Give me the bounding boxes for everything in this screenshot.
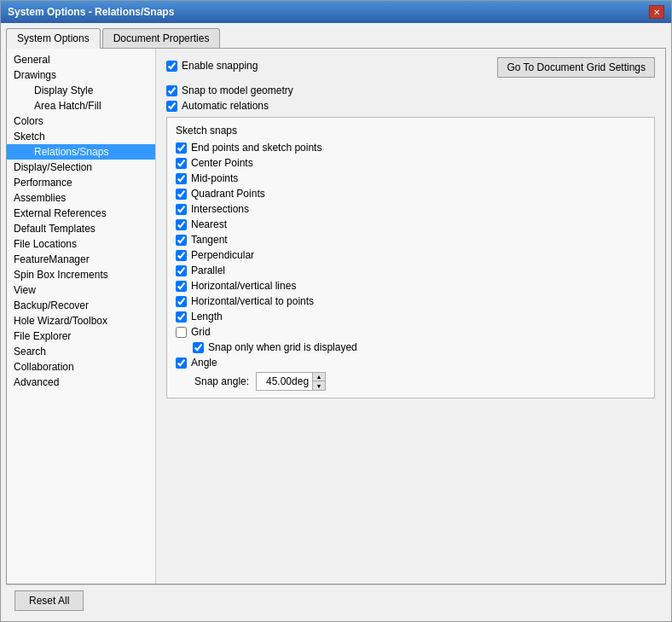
doc-grid-settings-button[interactable]: Go To Document Grid Settings bbox=[497, 57, 655, 78]
sidebar-item-sketch[interactable]: Sketch bbox=[7, 129, 155, 144]
snap-nearest-label: Nearest bbox=[191, 218, 227, 230]
snap-only-grid-label: Snap only when grid is displayed bbox=[208, 341, 357, 353]
snap-mid-points-label: Mid-points bbox=[191, 172, 238, 184]
snap-length-label: Length bbox=[191, 311, 223, 323]
sidebar-item-assemblies[interactable]: Assemblies bbox=[7, 190, 155, 206]
sidebar-item-display-style[interactable]: Display Style bbox=[7, 83, 155, 98]
enable-snapping-row: Enable snapping bbox=[166, 60, 258, 75]
bottom-bar: Reset All bbox=[6, 584, 666, 616]
enable-snapping-checkbox[interactable] bbox=[166, 61, 177, 72]
snap-horizontal-vertical-points-label: Horizontal/vertical to points bbox=[191, 295, 314, 307]
snap-length-checkbox[interactable] bbox=[176, 311, 187, 323]
automatic-relations-checkbox[interactable] bbox=[166, 101, 177, 112]
sidebar-item-view[interactable]: View bbox=[7, 282, 155, 298]
snap-angle-label: Angle bbox=[191, 357, 217, 369]
snap-only-grid-checkbox[interactable] bbox=[193, 342, 204, 353]
snap-parallel-checkbox[interactable] bbox=[176, 265, 187, 276]
enable-snapping-label: Enable snapping bbox=[182, 60, 258, 72]
sidebar-item-general[interactable]: General bbox=[7, 52, 155, 67]
snap-angle-value-input[interactable] bbox=[257, 375, 312, 388]
sidebar-item-drawings[interactable]: Drawings bbox=[7, 67, 155, 83]
snap-nearest-row: Nearest bbox=[176, 218, 646, 230]
snap-end-points-checkbox[interactable] bbox=[176, 142, 187, 154]
sidebar-item-file-explorer[interactable]: File Explorer bbox=[7, 328, 155, 344]
snap-intersections-checkbox[interactable] bbox=[176, 204, 187, 215]
snap-horizontal-vertical-lines-label: Horizontal/vertical lines bbox=[191, 280, 296, 292]
tab-document-properties[interactable]: Document Properties bbox=[102, 28, 221, 48]
sidebar-item-external-references[interactable]: External References bbox=[7, 206, 155, 221]
snap-horizontal-vertical-lines-row: Horizontal/vertical lines bbox=[176, 280, 646, 292]
snap-grid-label: Grid bbox=[191, 326, 211, 338]
main-content: General Drawings Display Style Area Hatc… bbox=[6, 49, 666, 584]
snap-to-model-label: Snap to model geometry bbox=[182, 84, 293, 96]
snap-quadrant-points-checkbox[interactable] bbox=[176, 189, 187, 200]
snap-mid-points-row: Mid-points bbox=[176, 172, 646, 184]
sidebar-item-colors[interactable]: Colors bbox=[7, 113, 155, 129]
sidebar-item-search[interactable]: Search bbox=[7, 344, 155, 359]
snap-to-model-row: Snap to model geometry bbox=[166, 84, 655, 96]
snap-horizontal-vertical-points-checkbox[interactable] bbox=[176, 296, 187, 307]
snap-angle-row: Angle bbox=[176, 357, 646, 369]
snap-angle-spinner[interactable]: ▲ ▼ bbox=[256, 372, 326, 391]
sketch-snaps-title: Sketch snaps bbox=[176, 125, 646, 137]
snap-quadrant-points-row: Quadrant Points bbox=[176, 188, 646, 200]
main-window: System Options - Relations/Snaps ✕ Syste… bbox=[0, 0, 672, 622]
snap-mid-points-checkbox[interactable] bbox=[176, 173, 187, 184]
snap-tangent-label: Tangent bbox=[191, 234, 228, 246]
top-buttons-row: Enable snapping Go To Document Grid Sett… bbox=[166, 57, 655, 78]
sketch-snaps-section: Sketch snaps End points and sketch point… bbox=[166, 117, 655, 398]
spinner-down-button[interactable]: ▼ bbox=[313, 381, 325, 390]
sidebar-item-hole-wizard[interactable]: Hole Wizard/Toolbox bbox=[7, 313, 155, 328]
sidebar-item-advanced[interactable]: Advanced bbox=[7, 375, 155, 390]
tab-system-options[interactable]: System Options bbox=[6, 28, 101, 49]
snap-center-points-label: Center Points bbox=[191, 157, 253, 169]
snap-perpendicular-row: Perpendicular bbox=[176, 249, 646, 261]
sidebar-item-spin-box[interactable]: Spin Box Increments bbox=[7, 267, 155, 282]
sidebar-item-collaboration[interactable]: Collaboration bbox=[7, 359, 155, 375]
sidebar-item-area-hatch[interactable]: Area Hatch/Fill bbox=[7, 98, 155, 113]
snap-center-points-row: Center Points bbox=[176, 157, 646, 169]
spinner-up-button[interactable]: ▲ bbox=[313, 373, 325, 381]
snap-parallel-row: Parallel bbox=[176, 264, 646, 276]
automatic-relations-row: Automatic relations bbox=[166, 100, 655, 112]
sidebar-item-feature-manager[interactable]: FeatureManager bbox=[7, 252, 155, 267]
title-bar: System Options - Relations/Snaps ✕ bbox=[1, 1, 671, 23]
snap-only-grid-row: Snap only when grid is displayed bbox=[193, 341, 646, 353]
automatic-relations-label: Automatic relations bbox=[182, 100, 269, 112]
content-area: System Options Document Properties Gener… bbox=[1, 23, 671, 621]
tabs-bar: System Options Document Properties bbox=[6, 28, 666, 49]
snap-horizontal-vertical-lines-checkbox[interactable] bbox=[176, 281, 187, 292]
snap-center-points-checkbox[interactable] bbox=[176, 158, 187, 169]
snap-end-points-row: End points and sketch points bbox=[176, 142, 646, 154]
snap-tangent-row: Tangent bbox=[176, 234, 646, 246]
snap-angle-input-label: Snap angle: bbox=[194, 375, 249, 387]
snap-to-model-checkbox[interactable] bbox=[166, 85, 177, 96]
snap-nearest-checkbox[interactable] bbox=[176, 219, 187, 230]
window-title: System Options - Relations/Snaps bbox=[8, 6, 174, 18]
close-button[interactable]: ✕ bbox=[649, 5, 664, 19]
snap-end-points-label: End points and sketch points bbox=[191, 142, 322, 154]
sidebar-item-file-locations[interactable]: File Locations bbox=[7, 236, 155, 252]
snap-tangent-checkbox[interactable] bbox=[176, 235, 187, 246]
snap-angle-checkbox[interactable] bbox=[176, 358, 187, 369]
snap-parallel-label: Parallel bbox=[191, 264, 225, 276]
snap-angle-input-row: Snap angle: ▲ ▼ bbox=[194, 372, 646, 391]
snap-intersections-label: Intersections bbox=[191, 203, 249, 215]
snap-intersections-row: Intersections bbox=[176, 203, 646, 215]
snap-perpendicular-checkbox[interactable] bbox=[176, 250, 187, 261]
sidebar-item-performance[interactable]: Performance bbox=[7, 175, 155, 190]
spinner-buttons: ▲ ▼ bbox=[312, 373, 325, 390]
snap-quadrant-points-label: Quadrant Points bbox=[191, 188, 265, 200]
snap-length-row: Length bbox=[176, 311, 646, 323]
reset-all-button[interactable]: Reset All bbox=[14, 590, 84, 611]
sidebar-item-relations-snaps[interactable]: Relations/Snaps bbox=[7, 144, 155, 160]
snap-grid-checkbox[interactable] bbox=[176, 327, 187, 338]
snap-horizontal-vertical-points-row: Horizontal/vertical to points bbox=[176, 295, 646, 307]
right-panel: Enable snapping Go To Document Grid Sett… bbox=[156, 49, 665, 584]
snap-grid-row: Grid bbox=[176, 326, 646, 338]
snap-perpendicular-label: Perpendicular bbox=[191, 249, 254, 261]
sidebar-item-default-templates[interactable]: Default Templates bbox=[7, 221, 155, 236]
title-bar-buttons: ✕ bbox=[649, 5, 664, 19]
sidebar-item-backup-recover[interactable]: Backup/Recover bbox=[7, 298, 155, 313]
sidebar-item-display-selection[interactable]: Display/Selection bbox=[7, 160, 155, 175]
